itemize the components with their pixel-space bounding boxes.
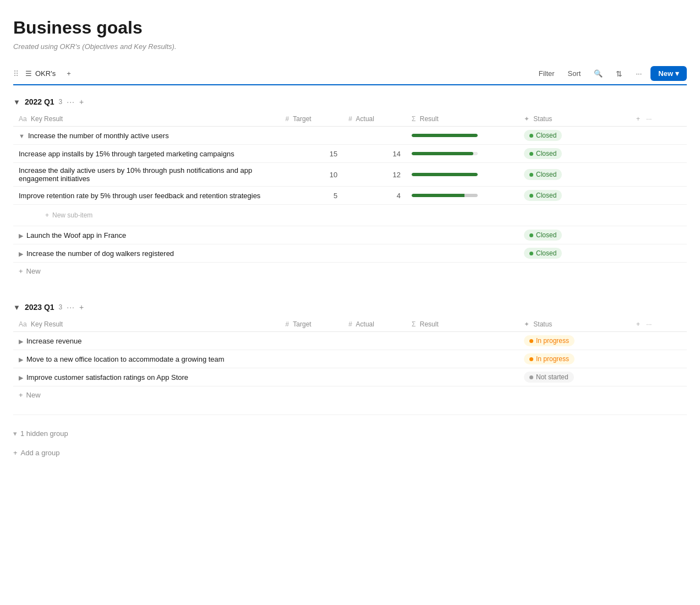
key-result-cell: ▶ Increase the number of dog walkers reg… [13,244,280,263]
expand-icon[interactable]: ▶ [19,374,23,381]
th-actual-label: Actual [356,115,374,123]
key-result-cell: ▼ Increase the number of monthly active … [13,127,280,145]
status-text: Closed [536,150,556,157]
th-add-icon[interactable]: + [636,115,640,123]
new-sub-item-button[interactable]: + New sub-item [19,208,681,222]
table-2022q1: Aa Key Result # Target # Actual Σ Result [13,112,687,263]
th-status-label-2: Status [533,320,552,328]
status-badge: Not started [524,372,574,383]
status-cell: Closed [518,145,631,163]
tab-okrs[interactable]: ☰ OKR's [21,67,60,80]
actual-cell: 4 [343,187,406,205]
status-dot [529,339,533,343]
progress-bar [412,152,478,155]
table-row[interactable]: ▶ Increase revenue In progress [13,332,687,350]
hidden-group-toggle[interactable]: ▾ 1 hidden group [13,425,687,442]
status-text: Not started [536,373,568,381]
key-result-text: Increase the daily active users by 10% t… [19,166,252,183]
status-badge: In progress [524,335,575,346]
result-cell [406,187,518,205]
group-dots-icon-2[interactable]: ··· [67,303,75,312]
expand-icon[interactable]: ▶ [19,338,23,345]
status-badge: Closed [524,148,562,159]
th-key-result-label-2: Key Result [31,320,63,328]
expand-icon[interactable]: ▶ [19,250,23,258]
key-result-cell: ▶ Increase revenue [13,332,280,350]
table-row[interactable]: ▼ Increase the number of monthly active … [13,127,687,145]
add-new-2022q1[interactable]: + New [13,263,687,280]
key-result-name: ▶ Move to a new office location to accom… [19,355,275,363]
group-plus-icon[interactable]: + [79,97,84,106]
add-tab-button[interactable]: + [62,67,75,80]
sort-button[interactable]: Sort [564,67,586,80]
th-key-result: Aa Key Result [13,112,280,127]
hash-icon-3: # [286,320,289,328]
search-button[interactable]: 🔍 [589,67,607,80]
table-row[interactable]: Increase app installs by 15% through tar… [13,145,687,163]
hidden-group-label: 1 hidden group [20,429,68,438]
toolbar: ⠿ ☰ OKR's + Filter Sort 🔍 ⇅ ··· [13,66,687,85]
th-more-icon[interactable]: ··· [646,115,652,123]
target-cell [280,127,343,145]
group-title-2023q1: 2023 Q1 [25,303,54,312]
group-header-2022q1[interactable]: ▼ 2022 Q1 3 ··· + [13,94,687,110]
add-new-label: New [26,267,41,275]
th-target-label-2: Target [293,320,311,328]
table-row[interactable]: ▶ Improve customer satisfaction ratings … [13,368,687,386]
progress-bar-fill [412,152,473,155]
table-header-row: Aa Key Result # Target # Actual Σ Result [13,112,687,127]
table-row[interactable]: Improve retention rate by 5% through use… [13,187,687,205]
plus-icon: + [45,211,49,219]
group-icon: ⇅ [616,69,622,78]
group-header-2023q1[interactable]: ▼ 2023 Q1 3 ··· + [13,299,687,315]
table-row[interactable]: ▶ Launch the Woof app in France Closed [13,226,687,244]
status-badge: Closed [524,248,562,259]
actual-cell [343,226,406,244]
th-add-icon-2[interactable]: + [636,320,640,328]
more-icon: ··· [636,69,642,78]
tab-label: OKR's [35,69,56,78]
new-sub-item-cell: + New sub-item [13,205,687,226]
result-cell [406,332,518,350]
add-group-button[interactable]: + Add a group [13,444,687,461]
add-group-label: Add a group [21,449,60,457]
group-2023q1: ▼ 2023 Q1 3 ··· + Aa Key Result # Target [13,299,687,404]
add-new-2023q1[interactable]: + New [13,386,687,404]
expand-icon[interactable]: ▼ [19,133,25,139]
chevron-down-icon: ▼ [13,98,20,106]
expand-icon[interactable]: ▶ [19,356,23,363]
new-button[interactable]: New ▾ [650,66,687,81]
page-title: Business goals [13,18,687,38]
th-actual-label-2: Actual [356,320,374,328]
filter-button[interactable]: Filter [534,67,559,80]
key-result-cell: ▶ Launch the Woof app in France [13,226,280,244]
group-button[interactable]: ⇅ [611,67,627,80]
key-result-cell-child: Increase app installs by 15% through tar… [13,145,280,163]
status-text: Closed [536,171,556,178]
more-button[interactable]: ··· [631,67,646,80]
text-icon-2: Aa [19,320,27,328]
group-dots-icon[interactable]: ··· [67,97,75,106]
new-sub-item-row[interactable]: + New sub-item [13,205,687,226]
key-result-cell-child: Improve retention rate by 5% through use… [13,187,280,205]
chevron-right-icon: ▾ [13,429,17,438]
actions-cell [631,226,687,244]
table-row[interactable]: ▶ Increase the number of dog walkers reg… [13,244,687,263]
th-more-icon-2[interactable]: ··· [646,320,652,328]
toolbar-right: Filter Sort 🔍 ⇅ ··· New ▾ [534,66,687,81]
hash-icon-2: # [348,115,352,123]
key-result-text: Increase the number of dog walkers regis… [26,249,174,258]
th-status-2: ✦ Status [518,317,631,332]
th-actual-2: # Actual [343,317,406,332]
search-icon: 🔍 [594,69,603,78]
group-plus-icon-2[interactable]: + [79,303,84,312]
status-badge: In progress [524,353,575,364]
table-row[interactable]: ▶ Move to a new office location to accom… [13,350,687,368]
th-result-2: Σ Result [406,317,518,332]
expand-icon[interactable]: ▶ [19,232,23,239]
target-cell [280,244,343,263]
table-row[interactable]: Increase the daily active users by 10% t… [13,163,687,187]
th-actions-2: + ··· [631,317,687,332]
plus-icon: + [19,267,23,275]
status-dot [529,134,533,138]
